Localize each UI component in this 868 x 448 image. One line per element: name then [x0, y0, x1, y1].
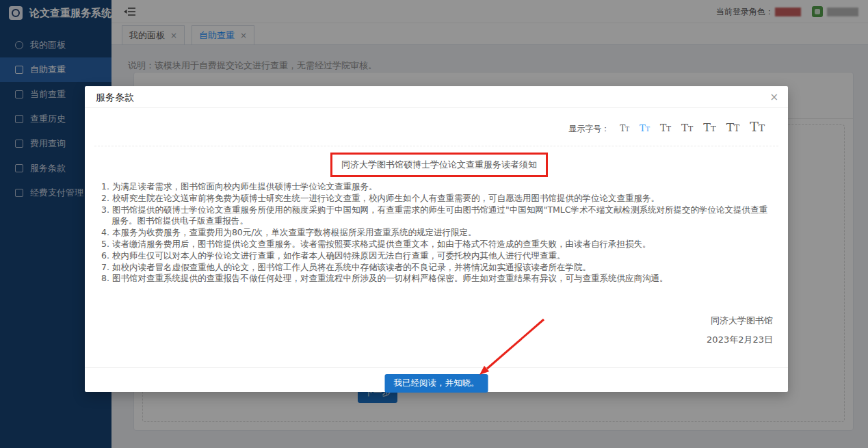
modal-header: 服务条款 × — [85, 86, 788, 108]
font-size-option-7[interactable]: TT — [750, 119, 765, 134]
acknowledge-button[interactable]: 我已经阅读，并知晓。 — [385, 374, 488, 393]
font-size-option-2-selected[interactable]: TT — [640, 123, 650, 133]
modal-title: 服务条款 — [96, 92, 134, 103]
modal-footer-divider — [85, 367, 788, 368]
doc-title: 同济大学图书馆硕博士学位论文查重服务读者须知 — [341, 159, 537, 171]
term-item: 8. 图书馆对查重系统提供的查重报告不做任何处理，对查重流程中所涉及的一切材料严… — [101, 273, 772, 285]
font-size-label: 显示字号： — [568, 123, 609, 135]
term-item: 1. 为满足读者需求，图书馆面向校内师生提供硕博士学位论文查重服务。 — [101, 181, 772, 193]
font-size-option-6[interactable]: TT — [726, 120, 740, 134]
close-icon[interactable]: × — [770, 86, 778, 108]
service-terms-modal: 服务条款 × 显示字号： TT TT TT TT TT TT TT 同济大学图书… — [85, 86, 788, 392]
doc-signature: 同济大学图书馆 — [711, 315, 773, 327]
font-size-option-4[interactable]: TT — [681, 122, 693, 134]
doc-date: 2023年2月23日 — [707, 334, 773, 346]
term-item: 7. 如校内读者冒名虚假查重他人的论文，图书馆工作人员将在系统中存储该读者的不良… — [101, 262, 772, 274]
dashed-separator — [94, 146, 778, 146]
term-item: 2. 校研究生院在论文送审前将免费为硕博士研究生统一进行论文查重，校内师生如个人… — [101, 193, 772, 205]
app-window: 论文查重服务系统 我的面板 自助查重 当前查重 查重历史 费用查询 — [0, 0, 868, 448]
doc-title-red-annotation-box: 同济大学图书馆硕博士学位论文查重服务读者须知 — [330, 153, 548, 177]
font-size-option-1[interactable]: TT — [620, 124, 629, 133]
term-item: 4. 本服务为收费服务，查重费用为80元/次，单次查重字数将根据所采用查重系统的… — [101, 227, 772, 239]
term-item: 3. 图书馆提供的硕博士学位论文查重服务所使用的额度采购于中国知网，有查重需求的… — [101, 205, 772, 228]
terms-list: 1. 为满足读者需求，图书馆面向校内师生提供硕博士学位论文查重服务。 2. 校研… — [101, 181, 772, 285]
font-size-option-3[interactable]: TT — [660, 122, 671, 133]
font-size-option-5[interactable]: TT — [703, 121, 715, 134]
font-size-selector: 显示字号： TT TT TT TT TT TT TT — [568, 119, 765, 135]
term-item: 6. 校内师生仅可以对本人的学位论文进行查重，如作者本人确因特殊原因无法自行查重… — [101, 250, 772, 262]
term-item: 5. 读者缴清服务费用后，图书馆提供论文查重服务。读者需按照要求格式提供查重文本… — [101, 239, 772, 250]
